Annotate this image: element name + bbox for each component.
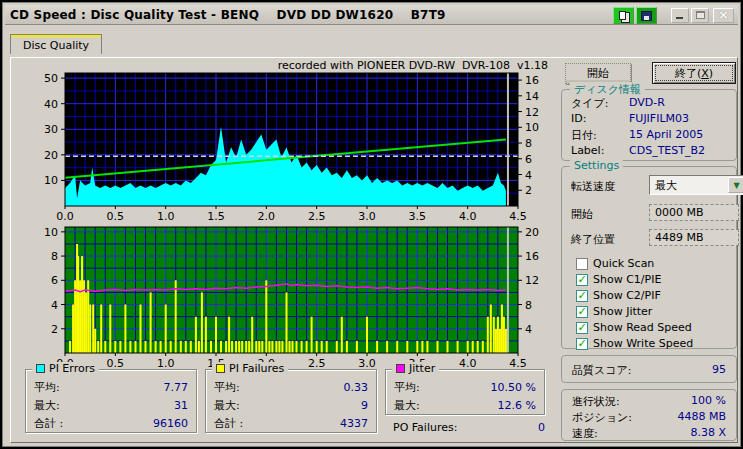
active-tab-accent [10, 34, 102, 37]
svg-text:2.0: 2.0 [258, 210, 276, 223]
svg-text:8: 8 [525, 299, 532, 312]
pi-errors-chart: 0.00.51.01.52.02.53.03.54.04.51020304050… [27, 67, 557, 225]
svg-text:10: 10 [44, 226, 58, 239]
po-failures-label: PO Failures: [393, 421, 457, 434]
pi-failures-legend: PI Failures [212, 362, 288, 375]
checkbox-quick-scan[interactable]: Quick Scan [576, 257, 654, 270]
total-label: 合計 : [34, 415, 63, 433]
avg-label: 平均: [394, 379, 420, 397]
tab-strip: Disc Quality [10, 34, 102, 58]
jitter-legend: Jitter [392, 362, 439, 375]
exit-button[interactable]: 終了(X) [652, 62, 736, 84]
svg-text:3.5: 3.5 [409, 210, 427, 223]
svg-text:40: 40 [44, 98, 58, 111]
start-position-label: 開始 [571, 207, 629, 222]
disc-info-group: ディスク情報 タイプ:DVD-R ID:FUJIFILM03 日付:15 Apr… [561, 89, 737, 161]
type-label: タイプ: [571, 96, 629, 111]
jitter-swatch [396, 364, 405, 373]
tab-label: Disc Quality [23, 39, 89, 52]
settings-title: Settings [570, 159, 623, 172]
quality-score-group: 品質スコア: 95 [561, 355, 737, 383]
progress-label: 進行状況: [572, 394, 620, 409]
svg-text:30: 30 [44, 123, 58, 136]
svg-text:12: 12 [525, 106, 539, 119]
save-icon [641, 11, 652, 21]
transfer-speed-value: 最大 [655, 178, 677, 193]
show-jitter-checkbox[interactable]: ✓ [576, 306, 588, 318]
speed-label: 速度: [572, 426, 598, 441]
id-value: FUJIFILM03 [629, 112, 689, 125]
checkbox-show-c2-pif[interactable]: ✓Show C2/PIF [576, 289, 661, 302]
jitter-panel: Jitter 平均:10.50 % 最大:12.6 % [385, 369, 545, 415]
tab-disc-quality[interactable]: Disc Quality [10, 34, 102, 54]
svg-text:4.5: 4.5 [509, 210, 527, 223]
avg-value: 7.77 [164, 379, 189, 397]
transfer-speed-label: 転送速度 [571, 179, 629, 194]
app-window: CD Speed : Disc Quality Test - BENQ DVD … [0, 0, 743, 449]
svg-text:16: 16 [525, 250, 539, 263]
window-title: CD Speed : Disc Quality Test - BENQ DVD … [5, 8, 446, 22]
speed-value: 8.38 X [690, 426, 726, 441]
combo-dropdown-button[interactable]: ▼ [728, 177, 743, 193]
svg-text:14: 14 [525, 90, 539, 103]
checkbox-show-read-speed[interactable]: ✓Show Read Speed [576, 321, 692, 334]
close-button[interactable]: × [713, 8, 734, 23]
avg-value: 0.33 [344, 379, 369, 397]
minimize-button[interactable] [671, 8, 689, 23]
svg-text:6: 6 [525, 153, 532, 166]
max-value: 31 [174, 397, 188, 415]
svg-text:16: 16 [525, 74, 539, 87]
show-write-speed-checkbox[interactable]: ✓ [576, 338, 588, 350]
svg-text:8: 8 [51, 250, 58, 263]
svg-text:2.5: 2.5 [308, 210, 326, 223]
max-value: 12.6 % [498, 397, 536, 415]
date-label: 日付: [571, 128, 629, 143]
pi-errors-legend: PI Errors [32, 362, 99, 375]
svg-text:12: 12 [525, 274, 539, 287]
checkbox-show-jitter[interactable]: ✓Show Jitter [576, 305, 652, 318]
progress-value: 100 % [691, 394, 726, 409]
po-failures-value: 0 [538, 421, 545, 434]
total-value: 96160 [153, 415, 188, 433]
svg-text:20: 20 [525, 226, 539, 239]
svg-text:0.0: 0.0 [56, 210, 74, 223]
svg-text:2: 2 [51, 323, 58, 336]
total-label: 合計 : [214, 415, 243, 433]
svg-text:4: 4 [51, 299, 58, 312]
checkbox-show-c1-pie[interactable]: ✓Show C1/PIE [576, 273, 661, 286]
maximize-icon [696, 11, 705, 19]
titlebar[interactable]: CD Speed : Disc Quality Test - BENQ DVD … [5, 5, 738, 25]
pi-failures-chart: 0.00.51.01.52.02.53.03.54.04.52468104812… [27, 223, 557, 375]
show-c2-pif-checkbox[interactable]: ✓ [576, 290, 588, 302]
svg-text:3.0: 3.0 [358, 210, 376, 223]
svg-text:1.0: 1.0 [157, 210, 175, 223]
copy-to-clipboard-button[interactable] [613, 7, 634, 24]
disc-info-title: ディスク情報 [570, 82, 645, 97]
transfer-speed-select[interactable]: 最大 ▼ [649, 175, 743, 195]
label-value: CDS_TEST_B2 [629, 144, 705, 157]
show-c1-pie-checkbox[interactable]: ✓ [576, 274, 588, 286]
copy-icon [619, 11, 626, 20]
disc-quality-page: recorded with PIONEER DVD-RW DVR-108 v1.… [10, 57, 738, 443]
chevron-down-icon: ▼ [733, 181, 739, 190]
pi-errors-panel: PI Errors 平均:7.77 最大:31 合計 :96160 [25, 369, 197, 433]
avg-value: 10.50 % [491, 379, 536, 397]
quick-scan-checkbox[interactable] [576, 258, 588, 270]
svg-text:20: 20 [44, 149, 58, 162]
jitter-title: Jitter [409, 362, 435, 375]
maximize-button[interactable] [691, 8, 709, 23]
settings-group: Settings 転送速度 最大 ▼ 開始 0000 MB 終了位置 4489 … [561, 166, 737, 349]
type-value: DVD-R [629, 96, 665, 111]
show-read-speed-checkbox[interactable]: ✓ [576, 322, 588, 334]
titlebar-buttons: × [613, 6, 734, 24]
end-position-field[interactable]: 4489 MB [649, 229, 739, 246]
position-label: ポジション: [572, 410, 632, 425]
pi-errors-swatch [36, 364, 45, 373]
max-value: 9 [361, 397, 368, 415]
svg-text:50: 50 [44, 72, 58, 85]
checkbox-show-write-speed[interactable]: ✓Show Write Speed [576, 337, 693, 350]
start-button[interactable]: 開始 [565, 63, 631, 84]
total-value: 4337 [340, 415, 368, 433]
start-position-field[interactable]: 0000 MB [649, 204, 739, 221]
save-button[interactable] [636, 7, 657, 24]
